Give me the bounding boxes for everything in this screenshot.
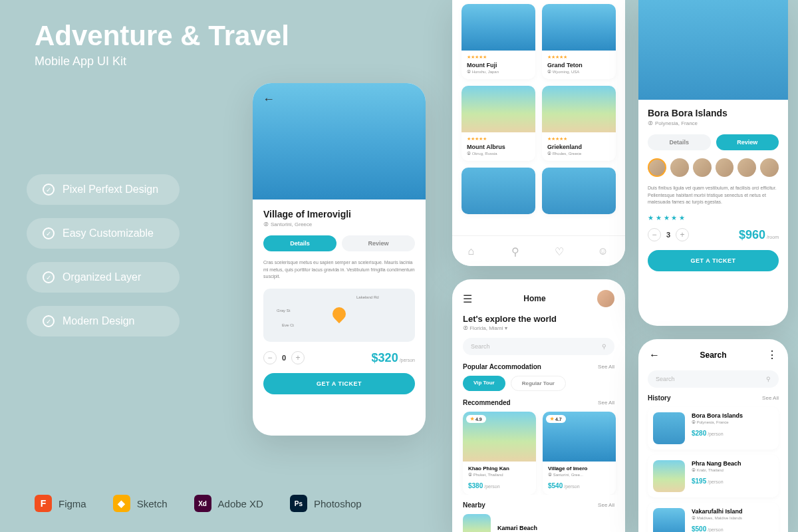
hero-title: Adventure & Travel: [35, 20, 289, 52]
see-all-link[interactable]: See All: [598, 502, 614, 508]
search-icon: ⚲: [766, 376, 771, 382]
search-icon: ⚲: [602, 343, 606, 350]
reviewer-avatar[interactable]: [693, 158, 712, 177]
menu-icon[interactable]: ☰: [463, 293, 472, 305]
check-icon: ✓: [43, 271, 55, 283]
phone-home: ☰ Home Let's explore the world ⦿ Florida…: [452, 279, 625, 532]
phone-review: Bora Bora Islands ⦿ Polynesia, France De…: [638, 0, 788, 326]
feature-pill-2: ✓Easy Customizable: [27, 218, 180, 249]
explore-heading: Let's explore the world: [452, 314, 625, 324]
phone-search: ← Search ⋮ Search⚲ HistorySee All Bora B…: [638, 339, 788, 532]
hero-subtitle: Mobile App UI Kit: [35, 55, 126, 68]
destination-card[interactable]: ★★★★★Mount Fuji⦿ Honshu, Japan: [462, 4, 535, 79]
place-location: ⦿ Polynesia, France: [648, 120, 779, 126]
sketch-icon: ◆: [113, 495, 130, 512]
ps-icon: Ps: [290, 495, 307, 512]
check-icon: ✓: [43, 227, 55, 239]
place-title: Bora Bora Islands: [648, 108, 779, 118]
back-icon[interactable]: ←: [261, 91, 277, 107]
qty-minus[interactable]: −: [648, 228, 661, 241]
description: Cras scelerisque metus eu sapien semper …: [263, 259, 415, 281]
page-title: Search: [700, 350, 726, 360]
see-all-link[interactable]: See All: [762, 395, 779, 401]
reviewer-avatar[interactable]: [648, 158, 666, 177]
section-title: Nearby: [463, 501, 485, 509]
see-all-link[interactable]: See All: [598, 364, 614, 370]
phone-details: ← Village of Imerovigli ⦿Santorini, Gree…: [253, 83, 426, 436]
history-item[interactable]: Vakarufalhi Island⦿ Maldives, Maldive Is…: [648, 503, 779, 532]
xd-icon: Xd: [194, 495, 211, 512]
qty-value: 0: [282, 354, 286, 362]
feature-pill-3: ✓Organized Layer: [27, 262, 180, 293]
tab-review[interactable]: Review: [716, 134, 779, 150]
quantity-stepper[interactable]: − 3 +: [648, 228, 689, 241]
destination-card[interactable]: ★★★★★Grand Teton⦿ Wyoming, USA: [542, 4, 616, 79]
rec-card[interactable]: ★4.9Khao Phing Kan⦿ Phuket, Thailand$380…: [463, 412, 536, 495]
tab-review[interactable]: Review: [342, 235, 415, 251]
destination-card[interactable]: [462, 168, 535, 214]
pin-icon: ⦿: [263, 221, 269, 227]
price: $320: [372, 351, 398, 364]
check-icon: ✓: [43, 184, 55, 196]
map-preview[interactable]: Gray St Eve Ct Lakeland Rd: [263, 289, 415, 342]
reviewer-avatar[interactable]: [716, 158, 734, 177]
reviewer-avatar[interactable]: [760, 158, 779, 177]
quantity-stepper[interactable]: − 0 +: [263, 351, 305, 364]
map-pin-icon: [330, 304, 348, 323]
see-all-link[interactable]: See All: [598, 400, 614, 406]
search-icon[interactable]: ⚲: [511, 245, 523, 257]
search-input[interactable]: Search⚲: [648, 370, 779, 388]
reviewer-avatar[interactable]: [737, 158, 756, 177]
history-item[interactable]: Phra Nang Beach⦿ Krabi, Thailand$195/per…: [648, 455, 779, 497]
history-label: History: [648, 394, 670, 402]
star-icon: ★★★★★: [547, 136, 610, 142]
destination-card[interactable]: ★★★★★Mount Albrus⦿ Okrug, Russia: [462, 86, 535, 161]
reviewer-avatar[interactable]: [670, 158, 689, 177]
star-icon: ★★★★★: [467, 136, 530, 142]
qty-minus[interactable]: −: [263, 351, 277, 364]
get-ticket-button[interactable]: GET A TICKET: [263, 373, 415, 394]
tool-sketch: ◆Sketch: [113, 495, 168, 512]
user-icon[interactable]: ☺: [598, 245, 610, 257]
section-title: Popular Accommodation: [463, 363, 541, 370]
get-ticket-button[interactable]: GET A TICKET: [648, 250, 779, 271]
tab-details[interactable]: Details: [263, 235, 336, 251]
check-icon: ✓: [43, 315, 55, 327]
rating-badge: ★4.7: [546, 415, 566, 423]
place-title: Village of Imerovigli: [263, 209, 415, 219]
nearby-item[interactable]: Kamari Beach: [452, 514, 625, 532]
review-text: Duis finibus ligula vel quam vestibulum,…: [648, 185, 779, 206]
tool-ps: PsPhotoshop: [290, 495, 362, 512]
avatar[interactable]: [597, 290, 614, 307]
price: $960: [739, 228, 765, 241]
pill-regular[interactable]: Regular Tour: [511, 376, 566, 391]
heart-icon[interactable]: ♡: [555, 245, 567, 257]
hero-image: [638, 0, 788, 100]
current-location[interactable]: ⦿ Florida, Miami ▾: [452, 325, 625, 331]
back-icon[interactable]: ←: [649, 349, 660, 361]
history-item[interactable]: Bora Bora Islands⦿ Polynesia, France$280…: [648, 407, 779, 450]
feature-pill-1: ✓Pixel Perfext Design: [27, 174, 180, 205]
star-icon: ★★★★★: [547, 55, 610, 60]
destination-card[interactable]: ★★★★★Griekenland⦿ Rhodes, Greece: [542, 86, 616, 161]
phone-grid: ★★★★★Mount Fuji⦿ Honshu, Japan ★★★★★Gran…: [452, 0, 625, 266]
place-location: ⦿Santorini, Greece: [263, 221, 415, 227]
tools-row: FFigma ◆Sketch XdAdobe XD PsPhotoshop: [35, 495, 362, 512]
more-icon[interactable]: ⋮: [767, 348, 777, 361]
hero-image: ←: [253, 83, 426, 200]
qty-plus[interactable]: +: [676, 228, 689, 241]
tool-figma: FFigma: [35, 495, 86, 512]
star-rating: ★ ★ ★ ★ ★: [648, 214, 779, 221]
qty-value: 3: [666, 231, 670, 239]
feature-pill-4: ✓Modern Design: [27, 306, 180, 336]
search-input[interactable]: Search⚲: [463, 338, 614, 355]
qty-plus[interactable]: +: [291, 351, 305, 364]
section-title: Recommended: [463, 399, 511, 406]
pill-vip[interactable]: Vip Tour: [463, 376, 505, 391]
rec-card[interactable]: ★4.7Village of Imero⦿ Santorini, Gree...…: [543, 412, 616, 495]
page-title: Home: [523, 294, 545, 303]
tab-details[interactable]: Details: [648, 134, 711, 150]
home-icon[interactable]: ⌂: [468, 245, 480, 257]
destination-card[interactable]: [542, 168, 616, 214]
rating-badge: ★4.9: [466, 415, 486, 423]
